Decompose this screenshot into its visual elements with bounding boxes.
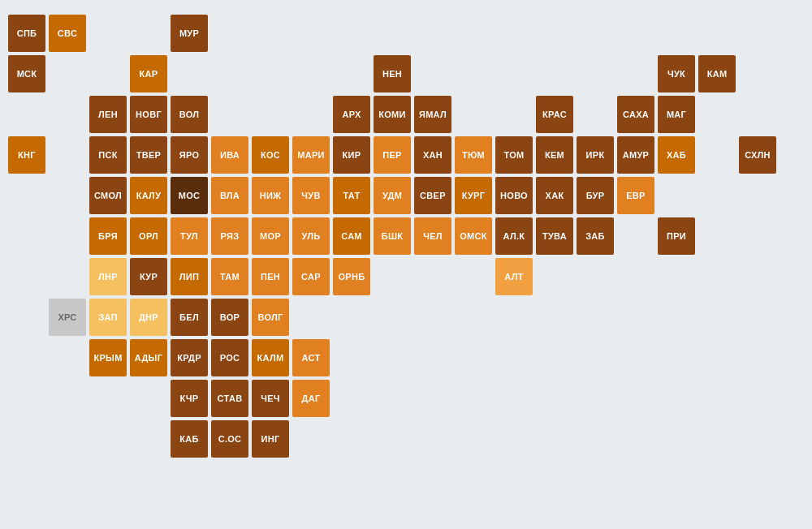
region-даг[interactable]: ДАГ: [292, 380, 330, 417]
region-бур[interactable]: БУР: [577, 177, 614, 214]
region-амур[interactable]: АМУР: [617, 136, 654, 174]
region-с.ос[interactable]: С.ОС: [211, 420, 248, 458]
region-днр[interactable]: ДНР: [130, 299, 167, 336]
region-лнр[interactable]: ЛНР: [89, 258, 127, 295]
region-мор[interactable]: МОР: [252, 217, 289, 255]
region-сар[interactable]: САР: [292, 258, 330, 295]
region-крдр[interactable]: КРДР: [171, 339, 208, 376]
region-бел[interactable]: БЕЛ: [171, 299, 208, 336]
region-коми[interactable]: КОМИ: [374, 96, 411, 133]
region-лип[interactable]: ЛИП: [171, 258, 208, 295]
region-тат[interactable]: ТАТ: [333, 177, 370, 214]
region-кур[interactable]: КУР: [130, 258, 167, 295]
region-кар[interactable]: КАР: [130, 55, 167, 92]
region-вол[interactable]: ВОЛ: [171, 96, 208, 133]
region-яро[interactable]: ЯРО: [171, 136, 208, 174]
region-хак[interactable]: ХАК: [536, 177, 573, 214]
region-тул[interactable]: ТУЛ: [171, 217, 208, 255]
region-пер[interactable]: ПЕР: [374, 136, 411, 174]
region-ямал[interactable]: ЯМАЛ: [414, 96, 451, 133]
region-мск[interactable]: МСК: [8, 55, 45, 92]
region-хан[interactable]: ХАН: [414, 136, 451, 174]
region-калм[interactable]: КАЛМ: [252, 339, 289, 376]
region-схлн[interactable]: СХЛН: [739, 136, 776, 174]
region-ирк[interactable]: ИРК: [577, 136, 614, 174]
region-аст[interactable]: АСТ: [292, 339, 330, 376]
region-хрс[interactable]: ХРС: [49, 299, 86, 336]
region-кнг[interactable]: КНГ: [8, 136, 45, 174]
region-маг[interactable]: МАГ: [658, 96, 695, 133]
region-евр[interactable]: ЕВР: [617, 177, 654, 214]
region-мос[interactable]: МОС: [171, 177, 208, 214]
region-новг[interactable]: НОВГ: [130, 96, 167, 133]
region-удм[interactable]: УДМ: [374, 177, 411, 214]
region-ново[interactable]: НОВО: [495, 177, 533, 214]
region-бшк[interactable]: БШК: [374, 217, 411, 255]
region-чув[interactable]: ЧУВ: [292, 177, 330, 214]
region-крас[interactable]: КРАС: [536, 96, 573, 133]
region-мари[interactable]: МАРИ: [292, 136, 330, 174]
region-нен[interactable]: НЕН: [374, 55, 411, 92]
region-свс[interactable]: СВС: [49, 15, 86, 52]
region-ниж[interactable]: НИЖ: [252, 177, 289, 214]
region-том[interactable]: ТОМ: [495, 136, 533, 174]
region-вла[interactable]: ВЛА: [211, 177, 248, 214]
region-кем[interactable]: КЕМ: [536, 136, 573, 174]
region-ал.к[interactable]: АЛ.К: [495, 217, 533, 255]
map-container: СПБСВСМУРМСККАРНЕНЛЕННОВГВОЛАРХКОМИЯМАЛК…: [0, 0, 812, 529]
region-адыг[interactable]: АДЫГ: [130, 339, 167, 376]
region-кург[interactable]: КУРГ: [455, 177, 492, 214]
region-при[interactable]: ПРИ: [658, 217, 695, 255]
region-пен[interactable]: ПЕН: [252, 258, 289, 295]
region-тюм[interactable]: ТЮМ: [455, 136, 492, 174]
region-кам[interactable]: КАМ: [698, 55, 736, 92]
region-там[interactable]: ТАМ: [211, 258, 248, 295]
region-орнб[interactable]: ОРНБ: [333, 258, 370, 295]
region-омск[interactable]: ОМСК: [455, 217, 492, 255]
region-сам[interactable]: САМ: [333, 217, 370, 255]
region-ива[interactable]: ИВА: [211, 136, 248, 174]
region-став[interactable]: СТАВ: [211, 380, 248, 417]
region-пск[interactable]: ПСК: [89, 136, 127, 174]
region-волг[interactable]: ВОЛГ: [252, 299, 289, 336]
region-чеч[interactable]: ЧЕЧ: [252, 380, 289, 417]
region-каб[interactable]: КАБ: [171, 420, 208, 458]
region-орл[interactable]: ОРЛ: [130, 217, 167, 255]
region-ряз[interactable]: РЯЗ: [211, 217, 248, 255]
region-зап[interactable]: ЗАП: [89, 299, 127, 336]
region-алт[interactable]: АЛТ: [495, 258, 533, 295]
region-заб[interactable]: ЗАБ: [577, 217, 614, 255]
region-спб[interactable]: СПБ: [8, 15, 45, 52]
region-свер[interactable]: СВЕР: [414, 177, 451, 214]
region-кос[interactable]: КОС: [252, 136, 289, 174]
region-тува[interactable]: ТУВА: [536, 217, 573, 255]
region-уль[interactable]: УЛЬ: [292, 217, 330, 255]
region-крым[interactable]: КРЫМ: [89, 339, 127, 376]
region-калу[interactable]: КАЛУ: [130, 177, 167, 214]
region-кир[interactable]: КИР: [333, 136, 370, 174]
region-твер[interactable]: ТВЕР: [130, 136, 167, 174]
region-вор[interactable]: ВОР: [211, 299, 248, 336]
region-саха[interactable]: САХА: [617, 96, 654, 133]
region-рос[interactable]: РОС: [211, 339, 248, 376]
region-хаб[interactable]: ХАБ: [658, 136, 695, 174]
region-арх[interactable]: АРХ: [333, 96, 370, 133]
region-смол[interactable]: СМОЛ: [89, 177, 127, 214]
region-кчр[interactable]: КЧР: [171, 380, 208, 417]
region-чел[interactable]: ЧЕЛ: [414, 217, 451, 255]
region-бря[interactable]: БРЯ: [89, 217, 127, 255]
region-чук[interactable]: ЧУК: [658, 55, 695, 92]
region-мур[interactable]: МУР: [171, 15, 208, 52]
region-инг[interactable]: ИНГ: [252, 420, 289, 458]
region-лен[interactable]: ЛЕН: [89, 96, 127, 133]
